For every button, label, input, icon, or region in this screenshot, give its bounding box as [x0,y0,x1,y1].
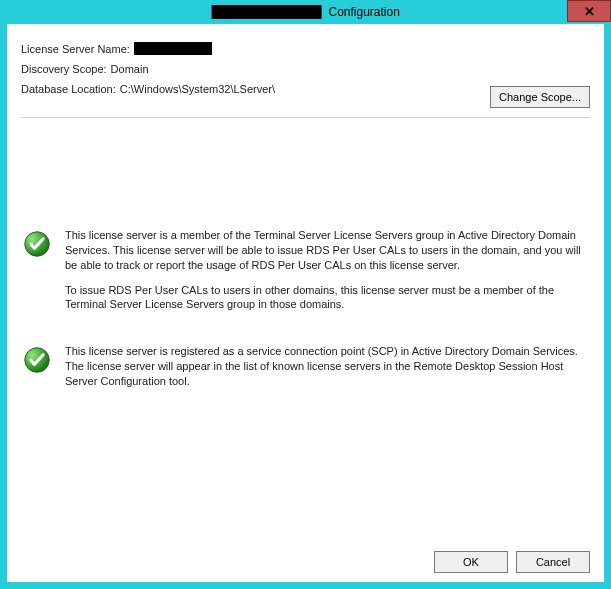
status-section: This license server is a member of the T… [7,118,604,431]
titlebar: Configuration ✕ [0,0,611,24]
database-location-value: C:\Windows\System32\LServer\ [120,83,275,95]
checkmark-icon [23,230,51,261]
license-server-name-row: License Server Name: [21,42,590,55]
title-text: Configuration [328,5,399,19]
close-button[interactable]: ✕ [567,0,611,22]
change-scope-button[interactable]: Change Scope... [490,86,590,108]
status-paragraph: This license server is a member of the T… [65,228,588,273]
status-item: This license server is a member of the T… [23,228,588,322]
cancel-button[interactable]: Cancel [516,551,590,573]
status-text: This license server is a member of the T… [65,228,588,322]
license-server-name-label: License Server Name: [21,43,130,55]
window-title: Configuration [211,5,400,20]
ok-button[interactable]: OK [434,551,508,573]
discovery-scope-row: Discovery Scope: Domain [21,63,590,75]
info-section: License Server Name: Discovery Scope: Do… [7,24,604,111]
discovery-scope-value: Domain [111,63,149,75]
status-paragraph: This license server is registered as a s… [65,344,588,389]
database-location-label: Database Location: [21,83,116,95]
discovery-scope-label: Discovery Scope: [21,63,107,75]
redacted-title-part [211,5,321,19]
status-item: This license server is registered as a s… [23,344,588,399]
status-text: This license server is registered as a s… [65,344,588,399]
client-area: License Server Name: Discovery Scope: Do… [7,24,604,582]
status-paragraph: To issue RDS Per User CALs to users in o… [65,283,588,313]
dialog-window: Configuration ✕ License Server Name: Dis… [0,0,611,589]
license-server-name-value-redacted [134,42,212,55]
button-bar: OK Cancel [7,542,604,582]
checkmark-icon [23,346,51,377]
close-icon: ✕ [584,4,595,19]
